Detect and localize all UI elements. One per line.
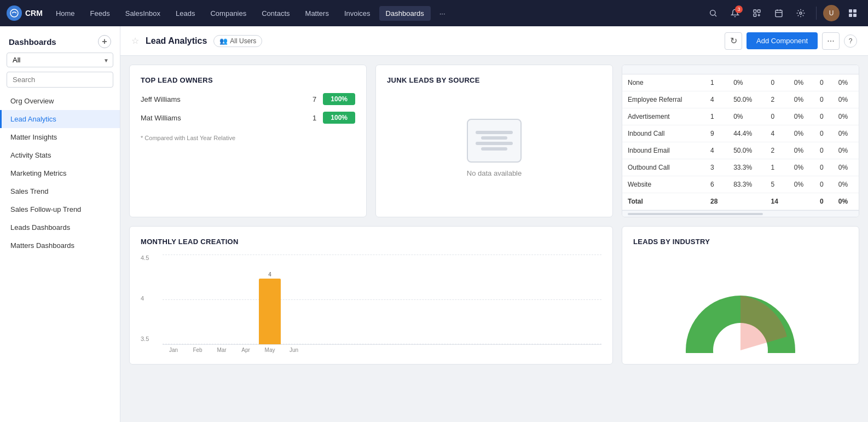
logo-icon xyxy=(7,5,22,21)
table-cell: 5 xyxy=(766,176,789,193)
nav-home[interactable]: Home xyxy=(49,6,82,21)
main-content: ☆ Lead Analytics 👥 All Users ↻ Add Compo… xyxy=(120,26,868,422)
more-options-button[interactable]: ··· xyxy=(822,32,840,50)
sidebar-add-button[interactable]: + xyxy=(98,35,111,48)
sidebar-item-leads-dashboards[interactable]: Leads Dashboards xyxy=(0,218,120,236)
x-axis-label: Jun xyxy=(283,347,305,353)
nav-invoices[interactable]: Invoices xyxy=(338,6,377,21)
sidebar-item-org-overview[interactable]: Org Overview xyxy=(0,92,120,110)
table-cell: Advertisement xyxy=(622,108,705,125)
table-cell: 9 xyxy=(705,125,728,142)
top-navigation: CRM Home Feeds SalesInbox Leads Companie… xyxy=(0,0,868,26)
nav-dashboards[interactable]: Dashboards xyxy=(379,6,431,21)
table-cell: 0% xyxy=(833,159,859,176)
y-label-1: 4.5 xyxy=(141,255,149,261)
x-axis-label: May xyxy=(259,347,281,353)
table-cell: 0 xyxy=(814,125,833,142)
compared-note: * Compared with Last Year Relative xyxy=(141,135,355,141)
monthly-lead-title: MONTHLY LEAD CREATION xyxy=(141,238,601,246)
y-label-3: 3.5 xyxy=(141,336,149,342)
table-cell: 0 xyxy=(814,193,833,210)
col-source xyxy=(622,65,705,74)
svg-rect-5 xyxy=(776,10,782,17)
table-cell: 83.3% xyxy=(728,176,765,193)
sidebar-item-matter-insights[interactable]: Matter Insights xyxy=(0,128,120,146)
user-avatar[interactable]: U xyxy=(823,5,840,21)
table-footer-scroll[interactable] xyxy=(622,210,859,217)
notifications-icon[interactable]: 3 xyxy=(726,4,744,22)
settings-icon[interactable] xyxy=(792,4,809,22)
col-c4 xyxy=(789,65,814,74)
table-cell: 4 xyxy=(766,125,789,142)
table-cell: 0% xyxy=(833,108,859,125)
notification-badge: 3 xyxy=(735,5,743,13)
refresh-button[interactable]: ↻ xyxy=(725,32,742,50)
nav-leads[interactable]: Leads xyxy=(169,6,201,21)
nav-feeds[interactable]: Feeds xyxy=(84,6,117,21)
top-lead-owners-title: TOP LEAD OWNERS xyxy=(141,76,355,84)
sidebar-item-activity-stats[interactable]: Activity Stats xyxy=(0,146,120,164)
table-row: Inbound Email450.0%20%00% xyxy=(622,142,859,159)
search-input[interactable] xyxy=(7,72,113,88)
calendar-icon[interactable] xyxy=(770,4,788,22)
sidebar: Dashboards + All ▼ Org Overview Lead Ana… xyxy=(0,26,120,422)
chart-bar xyxy=(259,279,281,344)
table-cell: 28 xyxy=(705,193,728,210)
sidebar-item-marketing-metrics[interactable]: Marketing Metrics xyxy=(0,164,120,182)
table-cell: 0% xyxy=(833,193,859,210)
table-cell: 0 xyxy=(814,142,833,159)
table-cell: 0 xyxy=(814,176,833,193)
sidebar-item-sales-trend[interactable]: Sales Trend xyxy=(0,182,120,200)
nav-more[interactable]: ··· xyxy=(433,6,452,21)
x-axis-label: Jan xyxy=(163,347,184,353)
y-label-2: 4 xyxy=(141,295,149,302)
nav-salesinbox[interactable]: SalesInbox xyxy=(119,6,167,21)
junk-leads-card: JUNK LEADS BY SOURCE No data available xyxy=(375,65,613,217)
table-cell: 4 xyxy=(705,142,728,159)
no-data-line-1 xyxy=(476,131,512,134)
all-users-filter[interactable]: 👥 All Users xyxy=(213,35,262,47)
col-c6 xyxy=(833,65,859,74)
nav-matters[interactable]: Matters xyxy=(299,6,335,21)
add-icon[interactable] xyxy=(748,4,766,22)
pie-chart-container xyxy=(633,255,848,353)
bar-group xyxy=(283,334,305,344)
table-cell: 0% xyxy=(833,91,859,108)
table-cell: Website xyxy=(622,176,705,193)
sidebar-item-matters-dashboards[interactable]: Matters Dashboards xyxy=(0,236,120,255)
nav-companies[interactable]: Companies xyxy=(204,6,253,21)
favorite-star-icon[interactable]: ☆ xyxy=(131,36,139,46)
top-lead-owners-card: TOP LEAD OWNERS Jeff Williams 7 100% Mat… xyxy=(129,65,367,217)
table-cell: 0% xyxy=(728,74,765,91)
table-row: None10%00%00% xyxy=(622,74,859,91)
leads-table-card: None10%00%00%Employee Referral450.0%20%0… xyxy=(622,65,859,217)
content-header: ☆ Lead Analytics 👥 All Users ↻ Add Compo… xyxy=(120,26,868,56)
junk-leads-title: JUNK LEADS BY SOURCE xyxy=(387,76,601,84)
sidebar-filter[interactable]: All ▼ xyxy=(7,53,113,67)
table-cell: Outbound Call xyxy=(622,159,705,176)
crm-logo[interactable]: CRM xyxy=(7,5,43,21)
nav-contacts[interactable]: Contacts xyxy=(255,6,296,21)
monthly-lead-creation-card: MONTHLY LEAD CREATION 4.5 4 3.5 xyxy=(129,226,613,365)
add-component-button[interactable]: Add Component xyxy=(747,32,818,49)
table-cell: 6 xyxy=(705,176,728,193)
table-cell: None xyxy=(622,74,705,91)
grid-icon[interactable] xyxy=(844,4,861,22)
sidebar-item-lead-analytics[interactable]: Lead Analytics xyxy=(0,110,120,128)
table-scroll-container[interactable]: None10%00%00%Employee Referral450.0%20%0… xyxy=(622,65,859,210)
table-cell: 0% xyxy=(833,125,859,142)
lead-owner-row: Jeff Williams 7 100% xyxy=(141,93,355,105)
table-cell: 0 xyxy=(766,74,789,91)
table-cell: 1 xyxy=(766,159,789,176)
svg-point-1 xyxy=(710,10,715,15)
table-cell: 0% xyxy=(789,142,814,159)
table-cell: 0% xyxy=(789,108,814,125)
search-icon[interactable] xyxy=(704,4,722,22)
svg-rect-7 xyxy=(849,9,852,13)
no-data-line-4 xyxy=(481,147,507,151)
chart-gridlines xyxy=(163,255,601,344)
sidebar-filter-select[interactable]: All xyxy=(7,53,113,67)
table-cell: 1 xyxy=(705,108,728,125)
help-button[interactable]: ? xyxy=(844,34,857,48)
sidebar-item-sales-followup[interactable]: Sales Follow-up Trend xyxy=(0,200,120,218)
